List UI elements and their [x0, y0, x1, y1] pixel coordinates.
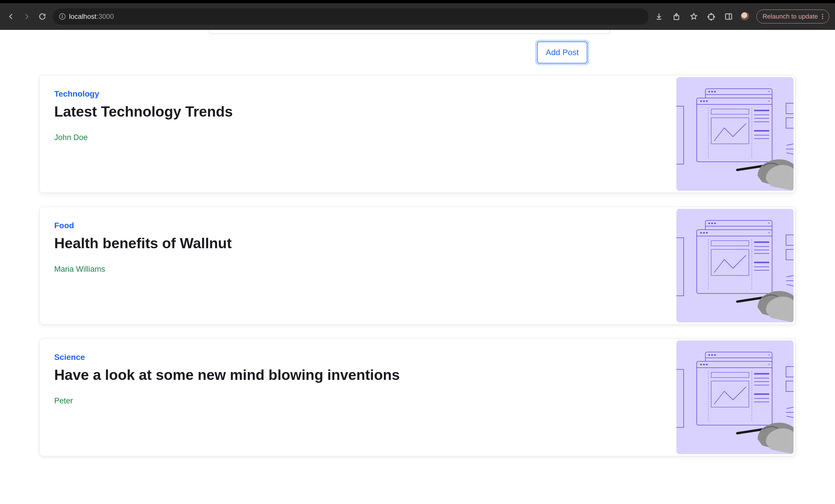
svg-point-6	[711, 91, 713, 93]
post-title: Health benefits of Wallnut	[54, 236, 662, 251]
svg-point-13	[706, 100, 708, 102]
share-icon[interactable]	[671, 11, 681, 22]
downloads-icon[interactable]	[654, 11, 664, 22]
svg-rect-86	[786, 381, 794, 391]
page-content: Add Post Technology Latest Technology Tr…	[0, 30, 835, 504]
svg-text:×: ×	[768, 362, 770, 366]
svg-line-58	[787, 276, 794, 277]
post-title: Latest Technology Trends	[54, 104, 662, 120]
svg-text:×: ×	[768, 231, 770, 235]
svg-point-70	[703, 364, 705, 365]
reload-icon[interactable]	[37, 11, 47, 22]
svg-point-42	[706, 232, 708, 234]
browser-toolbar: i localhost :3000 Rela	[0, 3, 835, 30]
post-category: Science	[54, 352, 662, 362]
svg-rect-67	[697, 361, 772, 425]
post-card[interactable]: Technology Latest Technology Trends John…	[39, 75, 796, 193]
post-illustration: × ×	[676, 340, 794, 454]
svg-text:×: ×	[768, 89, 770, 94]
post-category: Food	[54, 221, 662, 230]
more-menu-icon	[822, 14, 823, 19]
svg-rect-26	[676, 106, 684, 164]
bookmark-star-icon[interactable]	[689, 11, 699, 22]
svg-point-63	[708, 354, 710, 356]
svg-rect-38	[697, 230, 772, 294]
url-host: localhost	[69, 13, 97, 21]
post-illustration: × ×	[676, 209, 794, 322]
profile-avatar[interactable]	[741, 12, 750, 21]
extensions-icon[interactable]	[706, 11, 716, 22]
address-bar[interactable]: i localhost :3000	[53, 8, 649, 25]
post-title: Have a look at some new mind blowing inv…	[54, 367, 662, 383]
post-author: Peter	[54, 397, 662, 405]
svg-line-60	[787, 284, 794, 286]
add-post-button[interactable]: Add Post	[537, 41, 587, 63]
svg-rect-57	[786, 249, 794, 260]
svg-rect-9	[697, 98, 772, 162]
post-author: John Doe	[54, 133, 662, 142]
svg-text:×: ×	[768, 99, 770, 103]
svg-point-41	[703, 232, 705, 234]
forward-icon[interactable]	[21, 11, 32, 22]
svg-rect-85	[786, 366, 794, 377]
svg-point-71	[706, 364, 708, 365]
svg-point-11	[700, 100, 702, 102]
post-list: Technology Latest Technology Trends John…	[39, 75, 796, 456]
back-icon[interactable]	[6, 11, 16, 22]
svg-rect-1	[726, 14, 732, 19]
svg-text:×: ×	[768, 221, 770, 225]
svg-rect-55	[676, 238, 684, 296]
svg-point-69	[700, 364, 702, 365]
svg-text:×: ×	[768, 353, 770, 357]
relaunch-button[interactable]: Relaunch to update	[756, 9, 829, 23]
svg-line-87	[787, 407, 794, 409]
url-port: :3000	[97, 13, 114, 21]
post-author: Maria Williams	[54, 265, 662, 274]
relaunch-label: Relaunch to update	[762, 13, 818, 20]
svg-rect-28	[786, 118, 794, 128]
svg-point-7	[714, 91, 716, 93]
svg-point-40	[700, 232, 702, 234]
svg-point-36	[714, 222, 716, 224]
post-card[interactable]: Food Health benefits of Wallnut Maria Wi…	[39, 207, 796, 324]
post-category: Technology	[54, 89, 662, 99]
svg-rect-84	[676, 369, 684, 427]
post-card[interactable]: Science Have a look at some new mind blo…	[39, 338, 796, 456]
svg-point-65	[714, 354, 716, 356]
site-info-icon[interactable]: i	[59, 13, 65, 20]
truncated-form-control[interactable]	[209, 30, 610, 34]
add-post-row: Add Post	[39, 41, 796, 63]
svg-line-29	[787, 144, 794, 145]
svg-point-34	[708, 222, 710, 224]
svg-point-35	[711, 222, 713, 224]
svg-point-64	[711, 354, 713, 356]
svg-rect-27	[786, 103, 794, 114]
post-illustration: × ×	[676, 77, 794, 191]
svg-line-89	[787, 416, 794, 418]
side-panel-icon[interactable]	[724, 11, 734, 22]
svg-line-31	[787, 153, 794, 154]
svg-point-12	[703, 100, 705, 102]
browser-tab-strip	[0, 0, 835, 3]
svg-point-5	[708, 91, 710, 93]
svg-rect-56	[786, 235, 794, 245]
